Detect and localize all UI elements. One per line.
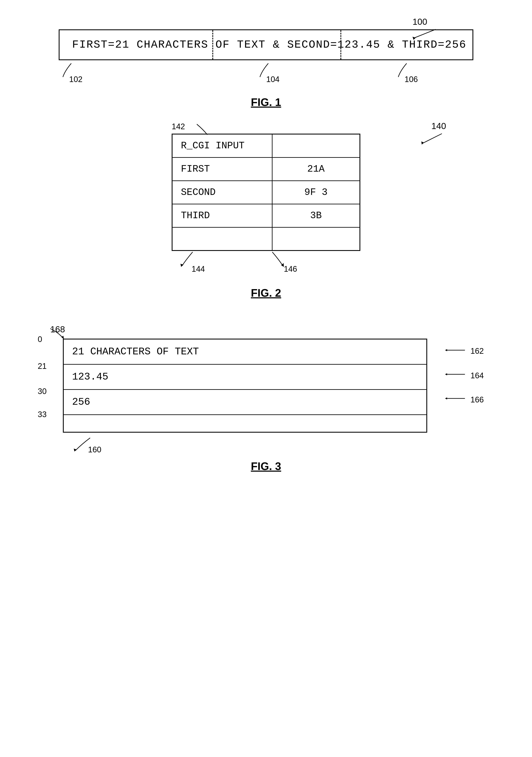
page-container: 100 FIRST=21 CHARACTERS OF TEXT & SECOND… <box>0 0 532 757</box>
fig1-label-106: 106 <box>405 75 418 84</box>
table-cell-header-col2 <box>272 134 360 158</box>
table-cell-second-label: SECOND <box>172 181 272 204</box>
fig2-label-142: 142 <box>172 122 185 131</box>
fig2-label-144: 144 <box>192 264 205 274</box>
table-cell-empty1 <box>172 227 272 251</box>
fig3-row1: 21 CHARACTERS OF TEXT <box>64 340 426 365</box>
table-row: R_CGI INPUT <box>172 134 360 158</box>
fig2-section: 140 142 R_CGI INPUT FIRST 21A <box>25 134 507 299</box>
table-row: SECOND 9F 3 <box>172 181 360 204</box>
table-cell-first-val: 21A <box>272 158 360 181</box>
fig1-content: FIRST=21 CHARACTERS OF TEXT & SECOND=123… <box>72 39 466 51</box>
fig2-table: R_CGI INPUT FIRST 21A SECOND 9F 3 THIRD … <box>172 134 360 251</box>
svg-marker-12 <box>445 397 447 400</box>
fig3-num-21: 21 <box>38 362 46 371</box>
fig3-num-0: 0 <box>38 335 42 344</box>
fig2-label-146: 146 <box>284 264 297 274</box>
fig3-row3: 256 <box>64 390 426 415</box>
table-cell-empty2 <box>272 227 360 251</box>
fig3-row3-text: 256 <box>72 396 90 408</box>
fig1-section: 100 FIRST=21 CHARACTERS OF TEXT & SECOND… <box>25 29 507 108</box>
fig3-row2: 123.45 <box>64 365 426 390</box>
table-cell-header-col1: R_CGI INPUT <box>172 134 272 158</box>
fig1-label-102: 102 <box>69 75 82 84</box>
fig2-title: FIG. 2 <box>25 287 507 299</box>
arrow-142 <box>193 123 213 136</box>
arrow-168 <box>46 326 67 339</box>
table-row: THIRD 3B <box>172 204 360 227</box>
fig3-label-162: 162 <box>471 347 484 356</box>
table-cell-second-val: 9F 3 <box>272 181 360 204</box>
fig2-container: 142 R_CGI INPUT FIRST 21A SECOND 9F 3 <box>25 134 507 274</box>
fig3-label-164: 164 <box>471 371 484 380</box>
fig3-num-33: 33 <box>38 410 46 419</box>
fig3-row4 <box>64 415 426 432</box>
svg-marker-8 <box>445 349 447 351</box>
table-row: FIRST 21A <box>172 158 360 181</box>
table-cell-third-label: THIRD <box>172 204 272 227</box>
fig1-ref-100: 100 <box>412 17 427 27</box>
fig1-label-104: 104 <box>266 75 279 84</box>
table-cell-first-label: FIRST <box>172 158 272 181</box>
fig3-row1-text: 21 CHARACTERS OF TEXT <box>72 346 199 357</box>
fig3-num-30: 30 <box>38 387 46 396</box>
svg-marker-10 <box>445 373 447 375</box>
fig1-box: FIRST=21 CHARACTERS OF TEXT & SECOND=123… <box>59 29 473 60</box>
fig3-label-160: 160 <box>88 445 101 454</box>
fig3-label-166: 166 <box>471 395 484 404</box>
fig2-ref-140: 140 <box>432 121 446 131</box>
table-cell-third-val: 3B <box>272 204 360 227</box>
fig1-title: FIG. 1 <box>25 96 507 108</box>
fig3-title: FIG. 3 <box>25 460 507 472</box>
fig3-outer: 21 CHARACTERS OF TEXT 123.45 256 <box>63 339 427 433</box>
table-row <box>172 227 360 251</box>
fig3-row2-text: 123.45 <box>72 371 108 382</box>
fig3-section: 168 0 21 30 33 21 CHARACTERS OF TEXT 123… <box>25 324 507 472</box>
